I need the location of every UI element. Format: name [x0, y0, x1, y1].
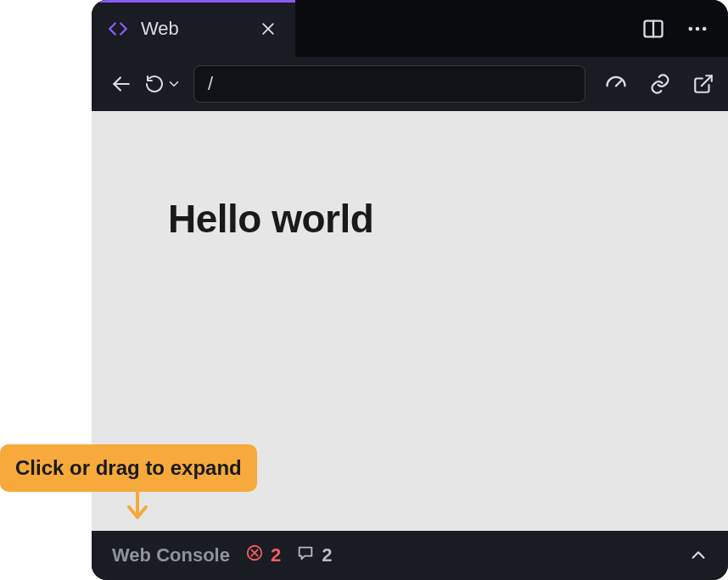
browser-window: Web [92, 0, 728, 580]
tooltip-text: Click or drag to expand [15, 456, 242, 479]
error-icon [245, 544, 264, 567]
nav-group [110, 73, 182, 95]
svg-point-4 [689, 26, 693, 31]
svg-point-6 [703, 26, 707, 31]
url-bar[interactable]: / [193, 65, 585, 103]
tab-strip: Web [92, 0, 728, 57]
tab-active[interactable]: Web [92, 0, 295, 57]
tab-accent [92, 0, 295, 3]
error-count: 2 [271, 544, 281, 566]
page-heading: Hello world [168, 196, 652, 242]
close-icon[interactable] [256, 17, 280, 41]
split-panel-icon[interactable] [641, 17, 665, 41]
svg-point-5 [696, 26, 700, 31]
console-errors[interactable]: 2 [245, 544, 281, 567]
code-icon [107, 18, 129, 40]
svg-line-8 [616, 81, 621, 86]
console-bar[interactable]: Web Console 2 2 [92, 531, 728, 580]
url-text: / [208, 73, 213, 95]
tooltip-arrow-icon [126, 488, 156, 527]
tab-title: Web [141, 18, 244, 40]
gauge-icon[interactable] [604, 72, 628, 96]
message-count: 2 [322, 544, 332, 566]
tooltip: Click or drag to expand [0, 444, 257, 492]
svg-line-9 [702, 75, 712, 86]
tab-strip-actions [295, 0, 728, 57]
toolbar-right [597, 72, 714, 96]
toolbar: / [92, 57, 728, 111]
more-icon[interactable] [686, 17, 709, 41]
external-link-icon[interactable] [692, 73, 714, 95]
chevron-down-icon[interactable] [166, 76, 182, 92]
reload-icon[interactable] [144, 74, 165, 94]
message-icon [296, 544, 315, 567]
console-title: Web Console [112, 544, 230, 566]
chevron-up-icon[interactable] [689, 546, 708, 565]
link-icon[interactable] [648, 72, 672, 96]
back-icon[interactable] [110, 73, 132, 95]
console-messages[interactable]: 2 [296, 544, 332, 567]
